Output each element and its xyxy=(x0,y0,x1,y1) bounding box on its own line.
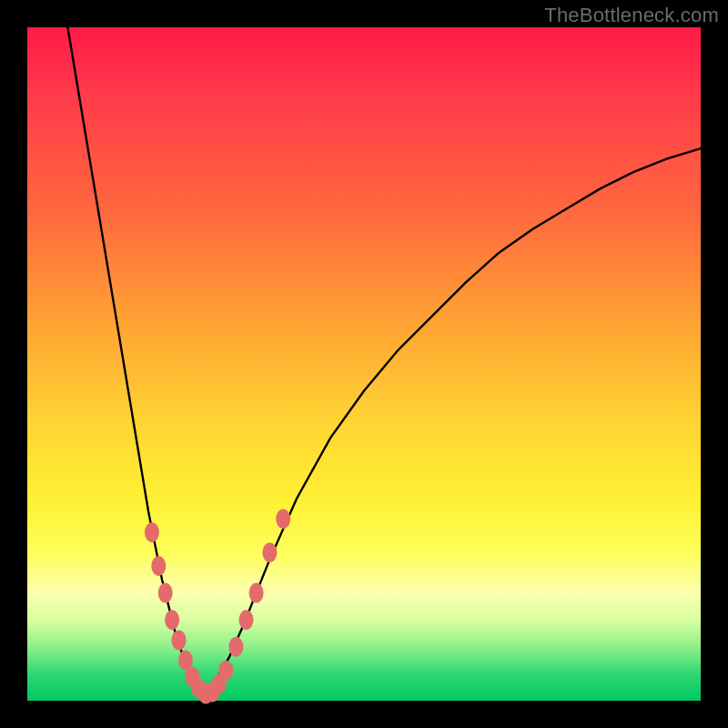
highlight-dot xyxy=(178,651,193,671)
curves-svg xyxy=(27,27,701,701)
curve-right-branch xyxy=(202,148,701,693)
highlight-dot xyxy=(158,583,173,603)
dots-group xyxy=(145,509,290,703)
highlight-dot xyxy=(228,637,243,657)
chart-frame: TheBottleneck.com xyxy=(0,0,728,728)
highlight-dot xyxy=(249,583,264,603)
highlight-dot xyxy=(145,522,159,542)
highlight-dot xyxy=(262,542,277,562)
curve-left-branch xyxy=(67,27,202,694)
highlight-dot xyxy=(165,610,179,630)
watermark-text: TheBottleneck.com xyxy=(544,4,719,27)
highlight-dot xyxy=(276,509,290,529)
highlight-dot xyxy=(218,661,233,681)
highlight-dot xyxy=(151,556,166,576)
highlight-dot xyxy=(172,630,187,650)
highlight-dot xyxy=(239,610,254,630)
plot-area xyxy=(27,27,701,701)
